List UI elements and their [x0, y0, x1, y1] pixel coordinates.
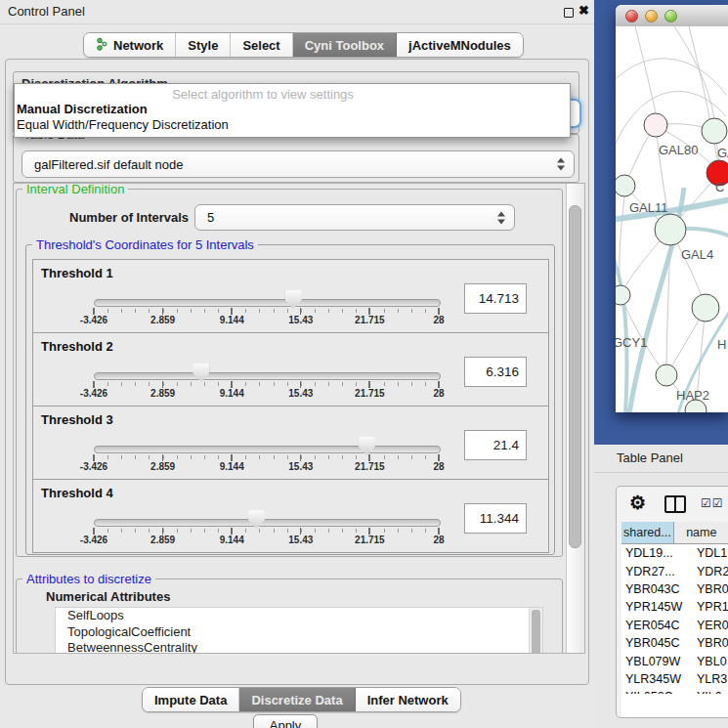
- table-row[interactable]: YLR345W YLR3: [621, 670, 728, 688]
- slider-tick-labels: -3.4262.8599.14415.4321.71528: [94, 461, 439, 473]
- network-node-label: H: [717, 337, 726, 352]
- threshold-slider[interactable]: -3.4262.8599.14415.4321.71528: [94, 364, 439, 401]
- minimize-window-icon[interactable]: [645, 10, 658, 22]
- network-node-label: GCY1: [616, 335, 647, 350]
- close-icon[interactable]: ✖: [578, 3, 589, 18]
- table-data-combo-value: galFiltered.sif default node: [34, 151, 183, 177]
- control-panel: Control Panel ✖ Network Style: [0, 0, 594, 728]
- network-node-label: GAL4: [681, 247, 713, 262]
- table-header-row: shared... name: [621, 522, 728, 544]
- zoom-window-icon[interactable]: [664, 10, 677, 22]
- network-node[interactable]: [616, 285, 630, 305]
- checked-boxes-icon[interactable]: ☑☑: [701, 496, 724, 510]
- algorithm-dropdown-popup: Select algorithm to view settings Manual…: [14, 83, 571, 138]
- threshold-panel: Threshold 3 -3.4262.8599.14415.4321.7152…: [32, 406, 549, 480]
- network-node-label: GAL80: [659, 143, 698, 157]
- table-row[interactable]: YBL079W YBL0: [621, 652, 728, 669]
- network-node[interactable]: [644, 113, 667, 137]
- network-node[interactable]: [656, 364, 677, 386]
- column-header-name[interactable]: name: [674, 522, 728, 543]
- slider-minor-ticks: [94, 309, 440, 313]
- threshold-panel: Threshold 1 -3.4262.8599.14415.4321.7152…: [32, 259, 549, 333]
- table-row[interactable]: YDR27... YDR2: [621, 562, 728, 579]
- threshold-slider[interactable]: -3.4262.8599.14415.4321.71528: [94, 437, 439, 474]
- gear-icon[interactable]: ⚙: [629, 492, 646, 514]
- slider-track[interactable]: [94, 299, 441, 307]
- slider-track[interactable]: [94, 519, 441, 527]
- network-canvas[interactable]: GAL80GACGAL11GAL4GCY1HHAP2: [616, 26, 728, 412]
- table-row[interactable]: YER054C YER0: [621, 617, 728, 634]
- desktop-background: GAL80GACGAL11GAL4GCY1HHAP2: [594, 0, 728, 446]
- interval-definition-label: Interval Definition: [22, 183, 128, 196]
- network-node[interactable]: [702, 118, 727, 144]
- threshold-panel: Threshold 2 -3.4262.8599.14415.4321.7152…: [32, 332, 549, 407]
- slider-track[interactable]: [94, 372, 441, 380]
- cyni-toolbox-panel: Discretization Algorithm Select algorith…: [5, 59, 589, 685]
- threshold-value-field[interactable]: 11.344: [464, 503, 527, 534]
- table-data-combo[interactable]: galFiltered.sif default node: [21, 150, 575, 178]
- bottom-tab[interactable]: Infer Network: [356, 688, 460, 711]
- network-window-titlebar[interactable]: [616, 5, 728, 27]
- attributes-scrollbar-thumb[interactable]: [532, 610, 540, 654]
- bottom-tab-label: Discretize Data: [251, 693, 342, 707]
- number-of-intervals-value: 5: [207, 205, 214, 230]
- spinner-updown-icon: [557, 158, 565, 171]
- top-tab-label: Style: [188, 38, 218, 53]
- panel-title: Control Panel: [8, 4, 85, 19]
- network-node[interactable]: [655, 214, 686, 245]
- attributes-scrollbar[interactable]: [529, 608, 542, 654]
- algorithm-option[interactable]: Manual Discretization: [17, 102, 148, 116]
- slider-minor-ticks: [94, 382, 440, 386]
- top-tab[interactable]: Style: [176, 33, 231, 57]
- threshold-label: Threshold 3: [41, 412, 113, 427]
- threshold-value-field[interactable]: 6.316: [464, 357, 527, 387]
- table-row[interactable]: YBR045C YBR0: [621, 634, 728, 652]
- table-panel-card: ⚙ ☑☑ shared... name YDL19... YDL1: [616, 486, 728, 718]
- network-window[interactable]: GAL80GACGAL11GAL4GCY1HHAP2: [616, 5, 728, 412]
- top-tab-label: jActiveMNodules: [408, 38, 511, 53]
- threshold-value-field[interactable]: 21.4: [464, 430, 527, 460]
- network-canvas-svg[interactable]: GAL80GACGAL11GAL4GCY1HHAP2: [616, 26, 728, 412]
- top-tab[interactable]: jActiveMNodules: [397, 33, 523, 57]
- threshold-value-field[interactable]: 14.713: [464, 283, 527, 314]
- threshold-slider[interactable]: -3.4262.8599.14415.4321.71528: [94, 290, 439, 327]
- attribute-item[interactable]: TopologicalCoefficient: [56, 624, 542, 641]
- top-tab[interactable]: Network: [84, 33, 176, 57]
- numerical-attributes-list[interactable]: SelfLoops TopologicalCoefficient Between…: [55, 607, 543, 654]
- close-window-icon[interactable]: [625, 10, 638, 22]
- settings-scrollpane: Interval Definition Number of Intervals …: [13, 183, 585, 654]
- attribute-item[interactable]: SelfLoops: [56, 608, 542, 624]
- settings-scrollbar-thumb[interactable]: [569, 205, 581, 548]
- table-row[interactable]: YIL052C YIL0: [621, 688, 728, 694]
- threshold-label: Threshold 2: [41, 339, 113, 354]
- float-window-icon[interactable]: [564, 8, 574, 18]
- threshold-coordinates-label: Threshold's Coordinates for 5 Intervals: [32, 237, 258, 252]
- top-tab[interactable]: Cyni Toolbox: [293, 33, 397, 57]
- top-tab[interactable]: Select: [231, 33, 292, 57]
- slider-minor-ticks: [94, 529, 440, 533]
- top-tab-label: Select: [242, 38, 279, 53]
- algorithm-option[interactable]: Equal Width/Frequency Discretization: [17, 117, 229, 132]
- threshold-panel: Threshold 4 -3.4262.8599.14415.4321.7152…: [32, 479, 549, 553]
- table-row[interactable]: YPR145W YPR1: [621, 598, 728, 616]
- attributes-group-label: Attributes to discretize: [22, 572, 155, 586]
- threshold-slider[interactable]: -3.4262.8599.14415.4321.71528: [94, 510, 439, 547]
- number-of-intervals-combo[interactable]: 5: [194, 204, 515, 231]
- table-toolbar: ⚙ ☑☑: [617, 487, 728, 520]
- bottom-tab[interactable]: Discretize Data: [239, 688, 355, 711]
- apply-button[interactable]: Apply: [253, 714, 318, 728]
- table-row[interactable]: YDL19... YDL1: [621, 544, 728, 562]
- table-panel-title: Table Panel: [617, 450, 683, 465]
- column-header-shared[interactable]: shared...: [621, 522, 674, 543]
- settings-scrollbar[interactable]: [566, 184, 584, 653]
- attributes-group: Attributes to discretize Numerical Attri…: [16, 578, 563, 654]
- attribute-item[interactable]: BetweennessCentrality: [56, 640, 542, 654]
- network-node[interactable]: [616, 175, 635, 196]
- network-node[interactable]: [692, 294, 719, 321]
- slider-track[interactable]: [94, 446, 441, 453]
- bottom-tab[interactable]: Impute Data: [143, 688, 239, 711]
- table-row[interactable]: YBR043C YBR0: [621, 580, 728, 598]
- bottom-tab-label: Infer Network: [367, 693, 449, 707]
- network-node-label: GA: [717, 146, 728, 160]
- split-columns-icon[interactable]: [664, 495, 686, 513]
